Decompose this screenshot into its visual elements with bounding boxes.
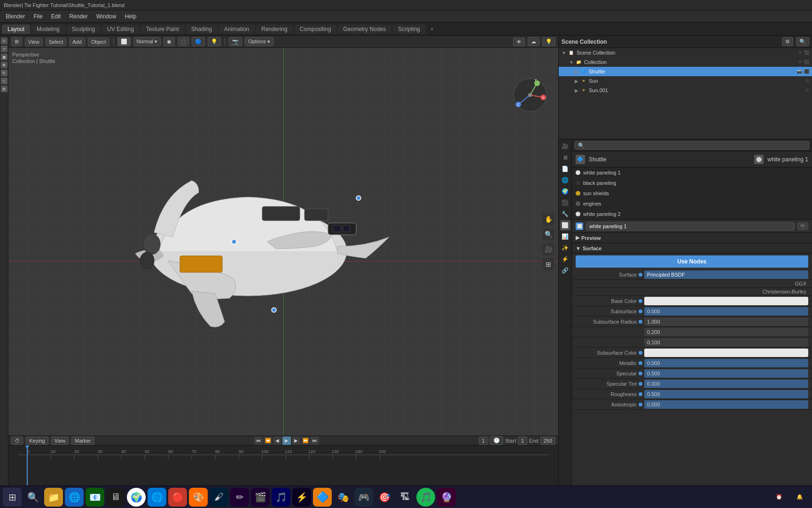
taskbar-files[interactable]: 📁	[44, 488, 63, 507]
viewport-canvas[interactable]: Perspective Collection | Shuttle	[8, 48, 558, 436]
taskbar-start[interactable]: ⊞	[3, 488, 22, 507]
prop-scene-icon[interactable]: 🌐	[560, 175, 570, 185]
outliner-search[interactable]: 🔍	[796, 37, 809, 46]
taskbar-app2[interactable]: 🎭	[334, 488, 352, 507]
properties-search-input[interactable]	[575, 141, 809, 150]
view-camera-icon[interactable]: 🎥	[542, 243, 554, 255]
timeline-keying[interactable]: Keying	[26, 437, 48, 445]
mat-fake-user-btn[interactable]: 🛡	[797, 222, 808, 230]
prop-data-icon[interactable]: 📊	[560, 231, 570, 242]
menu-window[interactable]: Window	[93, 12, 120, 21]
prop-modifier-icon[interactable]: 🔧	[560, 209, 570, 219]
radius-b-value[interactable]: 0.100	[644, 338, 808, 347]
collection-hide-icon[interactable]: ⬛	[804, 60, 809, 64]
taskbar-notifications[interactable]: 🔔	[790, 488, 809, 507]
taskbar-system-tray[interactable]: ⏰	[770, 488, 789, 507]
taskbar-spotify[interactable]: 🎵	[416, 488, 435, 507]
taskbar-terminal[interactable]: 🖥	[106, 488, 125, 507]
sidebar-tools[interactable]: ↗	[1, 46, 8, 52]
outliner-item-sun001[interactable]: ▶ ☀ Sun.001 ⚙	[559, 86, 812, 95]
next-keyframe-button[interactable]: ⏩	[301, 437, 310, 445]
sun001-restrict-icon[interactable]: ⚙	[805, 88, 809, 93]
fps-indicator[interactable]: 🕐	[490, 436, 503, 445]
collection-eye-icon[interactable]: 👁	[798, 60, 802, 64]
prop-physics-icon[interactable]: ⚡	[560, 254, 570, 264]
play-button[interactable]: ▶	[282, 437, 291, 445]
sidebar-select[interactable]: ▣	[1, 54, 8, 60]
preview-section-header[interactable]: ▶ Preview	[572, 233, 812, 243]
eye-icon[interactable]: 👁	[798, 50, 802, 55]
current-frame[interactable]: 1	[479, 437, 488, 445]
jump-end-button[interactable]: ⏭	[311, 437, 319, 445]
add-workspace-button[interactable]: +	[427, 24, 437, 34]
anisotropic-value[interactable]: 0.000	[644, 400, 808, 409]
taskbar-app1[interactable]: 🔴	[168, 488, 187, 507]
viewport-select-menu[interactable]: Select	[46, 38, 67, 46]
jump-start-button[interactable]: ⏮	[254, 437, 263, 445]
viewport-mode-normal[interactable]: Normal ▾	[133, 37, 161, 46]
shuttle-restrict-icon[interactable]: 📷	[797, 69, 802, 74]
outliner-item-shuttle[interactable]: ▶ 🔷 Shuttle 📷 ⬛	[559, 67, 812, 76]
prev-keyframe-button[interactable]: ⏪	[264, 437, 272, 445]
taskbar-audition[interactable]: 🎵	[272, 488, 290, 507]
prop-particles-icon[interactable]: ✨	[560, 243, 570, 253]
taskbar-app5[interactable]: 🔮	[437, 488, 456, 507]
viewport-options[interactable]: Options ▾	[245, 37, 273, 46]
start-frame[interactable]: 1	[518, 437, 527, 445]
viewport-editor-type[interactable]: ⊞	[11, 37, 22, 46]
outliner-item-scene-collection[interactable]: ▼ 📋 Scene Collection 👁 ⬛	[559, 48, 812, 57]
viewport-overlay[interactable]: ◉	[164, 37, 175, 46]
taskbar-animate[interactable]: ✏	[230, 488, 249, 507]
taskbar-photoshop[interactable]: 🖌	[210, 488, 228, 507]
viewport-object-menu[interactable]: Object	[88, 38, 109, 46]
view-move-icon[interactable]: ✋	[542, 213, 554, 225]
menu-help[interactable]: Help	[121, 12, 140, 21]
taskbar-steam[interactable]: 🎮	[354, 488, 373, 507]
timeline-marker[interactable]: Marker	[71, 437, 94, 445]
prop-world-icon[interactable]: 🌍	[560, 186, 570, 197]
mat-more-btn[interactable]: ···	[804, 212, 808, 216]
outliner-filter[interactable]: ⚙	[782, 37, 793, 46]
mat-slot-sun-shields[interactable]: sun shields	[572, 188, 812, 198]
taskbar-aftereffects[interactable]: ⚡	[292, 488, 311, 507]
timeline-editor-type[interactable]: ⏱	[11, 437, 23, 445]
timeline-ruler[interactable]: 0 10 20 30 40 50 60 70	[8, 445, 558, 485]
sidebar-scale[interactable]: ⤡	[1, 78, 8, 84]
tab-rendering[interactable]: Rendering	[256, 24, 293, 34]
outliner-item-collection[interactable]: ▼ 📁 Collection 👁 ⬛	[559, 57, 812, 67]
prop-view-layer-icon[interactable]: 📄	[560, 164, 570, 174]
mat-slot-white-paneling-1[interactable]: white paneling 1	[572, 167, 812, 178]
viewport-mode-solid[interactable]: ⬜	[117, 37, 131, 46]
tab-compositing[interactable]: Compositing	[294, 24, 337, 34]
tab-layout[interactable]: Layout	[2, 24, 30, 34]
mat-slot-engines[interactable]: engines	[572, 198, 812, 209]
tab-geometry-nodes[interactable]: Geometry Nodes	[337, 24, 391, 34]
base-color-swatch[interactable]	[644, 297, 808, 305]
navigation-gizmo[interactable]: Y X Z	[511, 76, 549, 114]
subsurface-value[interactable]: 0.000	[644, 307, 808, 316]
tab-animation[interactable]: Animation	[219, 24, 255, 34]
active-mat-name-btn[interactable]: white paneling 1	[586, 222, 795, 230]
viewport-xray[interactable]: ⬚	[178, 37, 189, 46]
taskbar-mail[interactable]: 📧	[86, 488, 104, 507]
view-grid-icon[interactable]: ⊞	[542, 258, 554, 270]
use-nodes-button[interactable]: Use Nodes	[576, 255, 808, 268]
taskbar-search[interactable]: 🔍	[23, 488, 42, 507]
mat-slot-black-paneling[interactable]: black paneling	[572, 178, 812, 188]
sidebar-rotate[interactable]: ↻	[1, 70, 8, 76]
tab-uv-editing[interactable]: UV Editing	[102, 24, 140, 34]
viewport-render-preview[interactable]: 🔵	[192, 37, 205, 46]
roughness-value[interactable]: 0.500	[644, 390, 808, 398]
viewport-camera[interactable]: 📷	[229, 37, 242, 46]
surface-prop-value[interactable]: Principled BSDF	[644, 270, 808, 279]
menu-blender[interactable]: Blender	[2, 12, 29, 21]
tab-texture-paint[interactable]: Texture Paint	[141, 24, 185, 34]
hide-viewport-icon[interactable]: ⬛	[804, 50, 809, 55]
taskbar-edge[interactable]: 🌐	[148, 488, 166, 507]
specular-value[interactable]: 0.500	[644, 369, 808, 378]
taskbar-blender[interactable]: 🔷	[313, 488, 332, 507]
specular-tint-value[interactable]: 0.000	[644, 380, 808, 388]
end-frame[interactable]: 250	[540, 437, 555, 445]
tab-sculpting[interactable]: Sculpting	[66, 24, 101, 34]
step-forward-button[interactable]: ▶	[292, 437, 300, 445]
